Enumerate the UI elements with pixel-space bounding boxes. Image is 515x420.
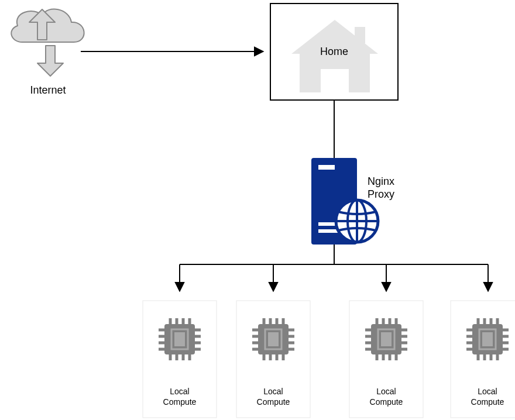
svg-rect-39 [268, 332, 279, 346]
svg-rect-19 [174, 332, 185, 346]
svg-rect-59 [381, 332, 392, 346]
compute-label-1: Local [263, 387, 283, 396]
svg-rect-3 [318, 165, 335, 170]
node-local-compute: LocalCompute [143, 301, 217, 418]
internet-label: Internet [30, 84, 66, 96]
network-diagram: Internet Home Nginx Proxy [0, 0, 515, 420]
node-local-compute: LocalCompute [349, 301, 423, 418]
proxy-label-2: Proxy [368, 188, 394, 200]
compute-label-1: Local [478, 387, 497, 396]
node-proxy: Nginx Proxy [311, 158, 394, 245]
node-local-compute: LocalCompute [236, 301, 310, 418]
compute-label-2: Compute [163, 397, 197, 407]
svg-rect-1 [355, 27, 365, 43]
compute-group: LocalComputeLocalComputeLocalComputeLoca… [143, 301, 515, 418]
node-local-compute: LocalCompute [451, 301, 515, 418]
edge-proxy-computes [180, 245, 488, 291]
cloud-icon [11, 9, 84, 42]
compute-label-2: Compute [370, 397, 403, 407]
home-label: Home [320, 46, 348, 57]
svg-rect-79 [482, 332, 493, 346]
compute-label-2: Compute [471, 397, 504, 407]
node-internet: Internet [11, 9, 84, 96]
proxy-label-1: Nginx [368, 175, 394, 187]
compute-label-1: Local [170, 387, 189, 396]
compute-label-2: Compute [257, 397, 290, 407]
globe-icon [336, 200, 378, 242]
compute-label-1: Local [376, 387, 396, 396]
node-home: Home [270, 4, 398, 100]
